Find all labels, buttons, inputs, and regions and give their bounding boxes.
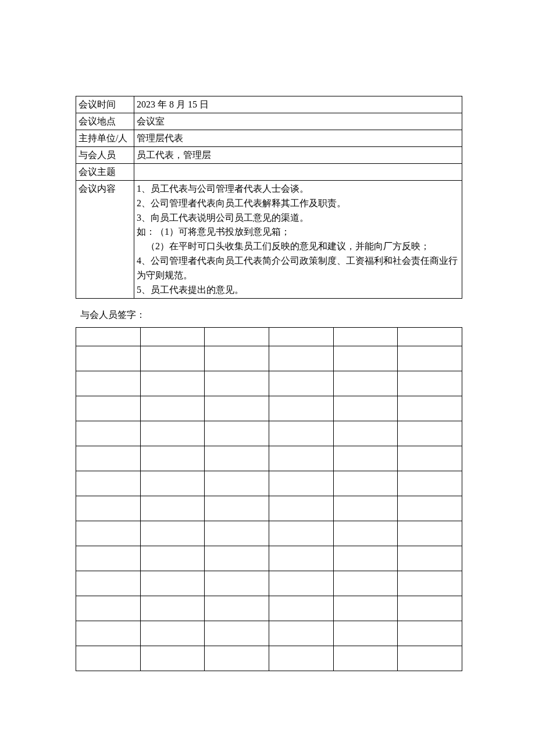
signature-cell [140,471,205,496]
signature-cell [269,446,333,471]
signature-cell [140,446,205,471]
content-line-2: 2、公司管理者代表向员工代表解释其工作及职责。 [137,196,459,211]
signature-cell [205,446,269,471]
signature-row [76,346,462,371]
signature-cell [398,596,462,621]
signature-cell [76,646,141,671]
signature-cell [398,546,462,571]
signature-cell [269,646,333,671]
signature-cell [398,471,462,496]
signature-cell [205,596,269,621]
label-host: 主持单位/人 [76,130,134,147]
signature-cell [398,371,462,396]
signature-cell [398,446,462,471]
signature-cell [205,346,269,371]
signature-row [76,596,462,621]
signature-cell [76,571,141,596]
signature-cell [398,396,462,421]
content-line-7: 5、员工代表提出的意见。 [137,283,459,298]
signature-row [76,496,462,521]
signature-cell [269,328,333,346]
signature-cell [269,371,333,396]
content-line-5: （2）在平时可口头收集员工们反映的意见和建议，并能向厂方反映； [137,239,459,254]
signature-cell [205,421,269,446]
signature-cell [398,621,462,646]
signature-cell [398,646,462,671]
signature-cell [398,346,462,371]
signature-cell [76,496,141,521]
row-meeting-place: 会议地点 会议室 [76,113,462,130]
row-topic: 会议主题 [76,164,462,181]
signature-cell [269,596,333,621]
signature-cell [140,621,205,646]
signature-cell [269,546,333,571]
label-meeting-place: 会议地点 [76,113,134,130]
signature-cell [140,596,205,621]
signature-cell [269,521,333,546]
label-content: 会议内容 [76,181,134,299]
signature-cell [333,396,398,421]
signature-row [76,621,462,646]
signature-cell [398,328,462,346]
signature-row [76,328,462,346]
value-meeting-time: 2023 年 8 月 15 日 [134,96,462,113]
signature-cell [398,496,462,521]
signature-cell [269,346,333,371]
content-line-6: 4、公司管理者代表向员工代表简介公司政策制度、工资福利和社会责任商业行为守则规范… [137,254,459,283]
signature-cell [205,496,269,521]
signature-cell [333,346,398,371]
signature-cell [333,328,398,346]
signature-cell [140,521,205,546]
label-meeting-time: 会议时间 [76,96,134,113]
signature-cell [140,546,205,571]
signature-cell [333,371,398,396]
signature-cell [333,646,398,671]
signature-cell [205,396,269,421]
signature-cell [205,371,269,396]
value-topic [134,164,462,181]
signature-cell [76,621,141,646]
row-attendees: 与会人员 员工代表，管理层 [76,147,462,164]
label-topic: 会议主题 [76,164,134,181]
signature-cell [140,421,205,446]
meeting-info-table: 会议时间 2023 年 8 月 15 日 会议地点 会议室 主持单位/人 管理层… [76,96,462,299]
signature-cell [333,471,398,496]
signature-cell [205,328,269,346]
signature-row [76,421,462,446]
signature-cell [76,396,141,421]
signature-cell [76,546,141,571]
signature-cell [398,571,462,596]
signature-cell [269,396,333,421]
row-content: 会议内容 1、员工代表与公司管理者代表人士会谈。 2、公司管理者代表向员工代表解… [76,181,462,299]
signature-cell [140,571,205,596]
signature-row [76,546,462,571]
signature-cell [76,596,141,621]
signature-cell [205,546,269,571]
signature-row [76,571,462,596]
signature-cell [140,496,205,521]
label-attendees: 与会人员 [76,147,134,164]
signature-cell [205,521,269,546]
content-line-4: 如：（1）可将意见书投放到意见箱； [137,225,459,239]
signature-cell [205,621,269,646]
signature-cell [269,496,333,521]
signature-cell [205,646,269,671]
row-meeting-time: 会议时间 2023 年 8 月 15 日 [76,96,462,113]
signature-cell [76,446,141,471]
value-content: 1、员工代表与公司管理者代表人士会谈。 2、公司管理者代表向员工代表解释其工作及… [134,181,462,299]
value-host: 管理层代表 [134,130,462,147]
signature-cell [140,396,205,421]
signature-row [76,446,462,471]
signature-cell [333,446,398,471]
value-meeting-place: 会议室 [134,113,462,130]
signature-cell [140,371,205,396]
signature-cell [269,571,333,596]
signature-cell [140,346,205,371]
signature-cell [76,521,141,546]
signature-cell [76,328,141,346]
signature-cell [269,421,333,446]
signature-row [76,396,462,421]
signature-cell [333,571,398,596]
signature-row [76,471,462,496]
signature-cell [398,421,462,446]
